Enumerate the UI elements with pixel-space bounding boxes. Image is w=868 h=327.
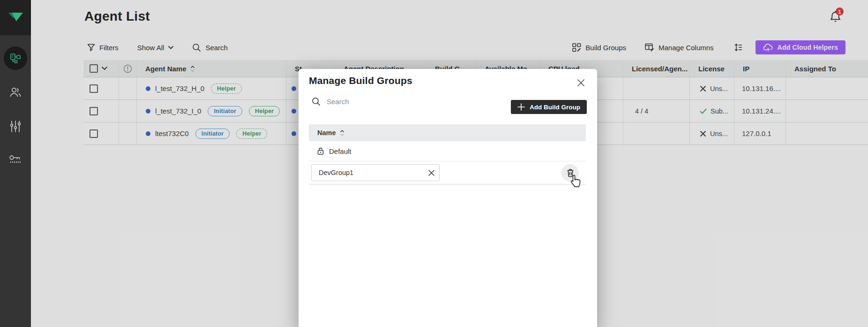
plus-icon (517, 103, 525, 111)
add-build-group-label: Add Build Group (530, 104, 580, 111)
build-group-row-default[interactable]: Default (309, 141, 586, 161)
modal-close-button[interactable] (576, 77, 586, 88)
manage-build-groups-modal: Manage Build Groups Add Build Group Name (299, 69, 597, 327)
close-icon (577, 79, 585, 87)
lock-icon (317, 147, 324, 155)
delete-build-group-button[interactable] (561, 164, 579, 182)
search-icon (312, 97, 321, 106)
group-name-column-header[interactable]: Name (309, 124, 586, 141)
clear-x-icon (428, 169, 435, 176)
build-group-name-input[interactable] (311, 164, 440, 181)
build-group-list: Name Default (309, 124, 586, 184)
clear-input-button[interactable] (427, 168, 435, 177)
build-group-name: Default (329, 147, 352, 155)
sort-carets-icon (340, 129, 344, 137)
modal-search (312, 97, 467, 106)
modal-title: Manage Build Groups (309, 75, 412, 86)
build-group-row-editing (309, 161, 586, 184)
modal-search-input[interactable] (327, 98, 467, 106)
trash-icon (566, 168, 575, 177)
add-build-group-button[interactable]: Add Build Group (511, 100, 587, 114)
